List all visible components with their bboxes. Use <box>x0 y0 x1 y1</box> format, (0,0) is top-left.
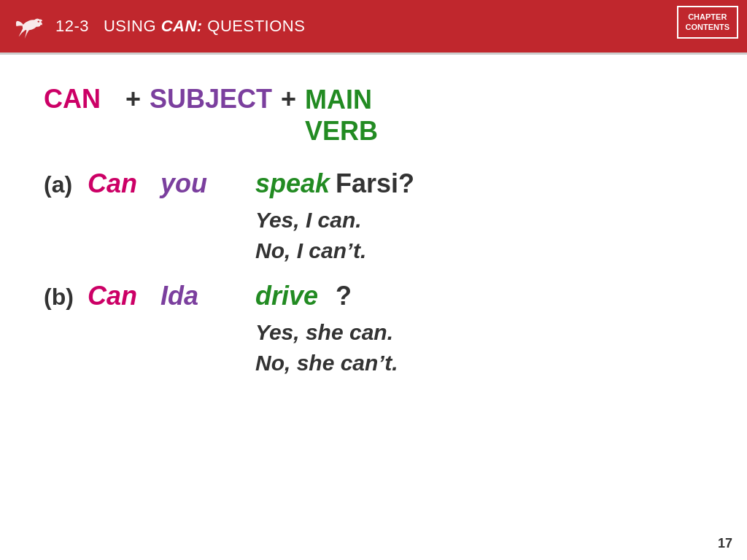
page-number: 17 <box>718 536 732 551</box>
example-a-subject: you <box>160 168 255 199</box>
main-content: CAN + SUBJECT + MAIN VERB (a) Can you sp… <box>0 55 747 560</box>
logo-area: 12-3 USING CAN: QUESTIONS <box>12 9 305 44</box>
example-a-label: (a) <box>44 171 88 198</box>
example-b-label: (b) <box>44 284 88 311</box>
lesson-title-rest: QUESTIONS <box>207 17 305 35</box>
example-a-response-1: Yes, I can. <box>255 205 703 236</box>
example-a-can: Can <box>88 168 160 199</box>
example-b-response-1: Yes, she can. <box>255 317 703 348</box>
example-a-row: (a) Can you speak Farsi? <box>44 168 703 199</box>
example-a-rest: Farsi? <box>336 168 414 199</box>
formula-main-verb-line2: VERB <box>305 116 378 146</box>
svg-point-2 <box>38 20 39 22</box>
formula-plus2: + <box>281 84 296 114</box>
lesson-title-italic: CAN: <box>161 17 203 35</box>
example-b-row: (b) Can Ida drive ? <box>44 281 703 311</box>
formula-main-verb: MAIN VERB <box>305 84 378 147</box>
chapter-contents-button[interactable]: CHAPTER CONTENTS <box>677 6 739 39</box>
lesson-number: 12-3 <box>55 17 89 35</box>
example-b-response-2: No, she can’t. <box>255 348 703 378</box>
example-b-can: Can <box>88 281 160 311</box>
example-b-responses: Yes, she can. No, she can’t. <box>255 317 703 378</box>
example-a-response-2: No, I can’t. <box>255 236 703 266</box>
header-bar: 12-3 USING CAN: QUESTIONS CHAPTER CONTEN… <box>0 0 747 52</box>
example-b-subject: Ida <box>160 281 255 311</box>
svg-point-1 <box>34 19 42 27</box>
example-a-block: (a) Can you speak Farsi? Yes, I can. No,… <box>44 168 703 266</box>
formula-can: CAN <box>44 84 117 114</box>
example-b-verb: drive <box>255 281 336 311</box>
example-b-block: (b) Can Ida drive ? Yes, she can. No, sh… <box>44 281 703 378</box>
formula-plus1: + <box>125 84 141 114</box>
bird-logo <box>12 9 47 44</box>
header-title: 12-3 USING CAN: QUESTIONS <box>55 17 305 36</box>
formula-main-verb-line1: MAIN <box>305 85 372 114</box>
example-a-verb: speak <box>255 168 336 199</box>
example-a-responses: Yes, I can. No, I can’t. <box>255 205 703 266</box>
chapter-contents-line2: CONTENTS <box>686 23 730 31</box>
lesson-title: USING <box>104 17 156 35</box>
formula-row: CAN + SUBJECT + MAIN VERB <box>44 84 703 147</box>
formula-subject: SUBJECT <box>150 84 272 114</box>
chapter-contents-line1: CHAPTER <box>688 12 727 21</box>
example-b-rest: ? <box>336 281 352 311</box>
